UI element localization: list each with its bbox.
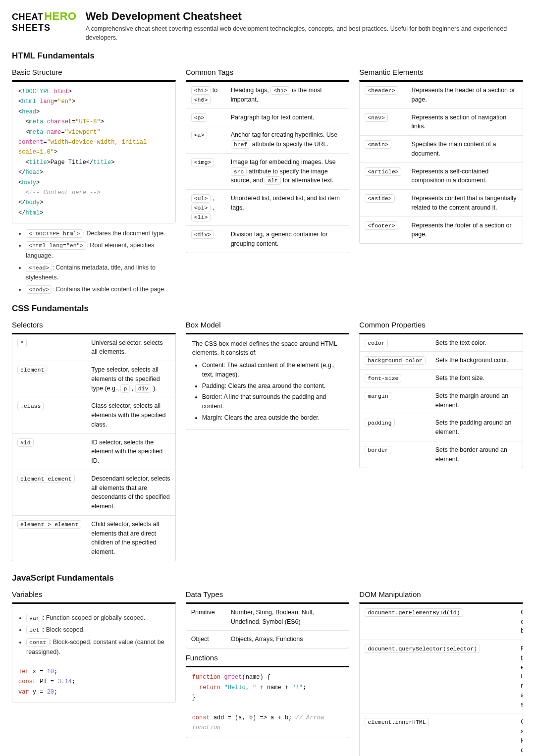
cell-key: <aside> [360, 190, 406, 217]
subsection-heading: Box Model [186, 321, 350, 329]
cell-value: Number, String, Boolean, Null, Undefined… [226, 604, 349, 631]
code-block: <!DOCTYPE html> <html lang="en"> <head> … [12, 82, 175, 223]
table-card: <h1> to <h6>Heading tags, <h1> is the mo… [186, 80, 350, 253]
table-row: document.querySelector(selector)Returns … [360, 640, 523, 713]
code-card: function greet(name) { return "Hello, " … [186, 666, 350, 738]
cell-value: Represents a self-contained composition … [406, 162, 523, 190]
cell-key: <header> [360, 82, 406, 108]
table-row: colorSets the text color. [360, 334, 523, 352]
cell-key: border [360, 441, 430, 468]
cell-value: Anchor tag for creating hyperlinks. Use … [226, 126, 349, 154]
list-bold: Padding: [202, 382, 226, 389]
inline-code: div [135, 384, 152, 393]
cell-value: Represents a section of navigation links… [406, 108, 523, 136]
prose-card: The CSS box model defines the space arou… [186, 333, 350, 430]
cell-value: Image tag for embedding images. Use src … [226, 153, 349, 189]
list-text: : Block-scoped. [43, 626, 85, 633]
code-block: function greet(name) { return "Hello, " … [186, 667, 349, 738]
cell-value: Objects, Arrays, Functions [226, 631, 349, 648]
inline-code: padding [365, 419, 394, 427]
cell-key: padding [360, 414, 430, 441]
cell-value: Type selector, selects all elements of t… [86, 361, 175, 397]
table-row: document.getElementById(id)Gets an eleme… [360, 604, 523, 640]
cell-key: <footer> [360, 216, 406, 243]
subsection-heading: Data Types [186, 590, 350, 598]
cell-value: Sets the background color. [430, 352, 523, 370]
inline-code: element element [17, 475, 75, 483]
logo-text: HERO [44, 10, 77, 23]
inline-code: margin [365, 392, 391, 400]
cell-key: <div> [186, 226, 226, 253]
notes-list: Content: The actual content of the eleme… [192, 361, 343, 423]
cell-value: Sets the text color. [430, 334, 523, 352]
inline-code: background-color [365, 356, 425, 365]
subsection-heading: Common Properties [359, 321, 523, 329]
cell-value: Sets the padding around an element. [430, 414, 523, 441]
table-row: <div>Division tag, a generic container f… [186, 226, 349, 253]
cell-value: Gets an element by its ID. [516, 604, 523, 640]
code-card: <!DOCTYPE html> <html lang="en"> <head> … [12, 80, 176, 223]
inline-code: <h6> [191, 96, 211, 104]
logo: CHEAT HERO SHEETS [12, 10, 77, 33]
inline-code: href [231, 140, 251, 149]
table-row: paddingSets the padding around an elemen… [360, 414, 523, 441]
inline-code: <body> [26, 285, 52, 294]
cell-key: element.innerHTML [360, 713, 516, 756]
table-row: <nav>Represents a section of navigation … [360, 108, 523, 136]
code-card: var: Function-scoped or globally-scoped.… [12, 602, 176, 702]
inline-code: var [26, 614, 43, 622]
list-bold: Content: [202, 362, 225, 369]
inline-code: <h1> [270, 86, 290, 95]
notes-list: var: Function-scoped or globally-scoped.… [12, 608, 175, 662]
table-row: #idID selector, selects the element with… [12, 433, 175, 470]
cell-key: <p> [186, 108, 226, 126]
inline-code: document.getElementById(id) [365, 608, 463, 617]
table-row: <img>Image tag for embedding images. Use… [186, 153, 349, 189]
inline-code: .class [17, 402, 44, 410]
list-item: Margin: Clears the area outside the bord… [202, 413, 343, 423]
cell-key: Primitive [186, 604, 226, 631]
inline-code: let [26, 626, 43, 634]
table-row: PrimitiveNumber, String, Boolean, Null, … [186, 604, 349, 631]
cell-value: Division tag, a generic container for gr… [226, 226, 349, 253]
inline-code: document.querySelector(selector) [365, 645, 480, 653]
inline-code: alt [265, 176, 281, 185]
table-row: <a>Anchor tag for creating hyperlinks. U… [186, 126, 349, 154]
code-block: let x = 10; const PI = 3.14; var y = 20; [12, 662, 175, 702]
inline-code: <aside> [365, 194, 394, 203]
logo-text: CHEAT [12, 12, 43, 22]
table-row: *Universal selector, selects all element… [12, 334, 175, 361]
logo-text: SHEETS [12, 23, 77, 33]
inline-code: element [17, 366, 47, 374]
cell-key: font-size [360, 370, 430, 387]
inline-code: <a> [191, 131, 208, 139]
list-item: Border: A line that surrounds the paddin… [202, 392, 343, 411]
cell-key: document.querySelector(selector) [360, 640, 516, 713]
page-title: Web Development Cheatsheet [86, 10, 523, 23]
table-row: <p>Paragraph tag for text content. [186, 108, 349, 126]
cell-value: Gets or sets the HTML content of an elem… [516, 713, 523, 756]
inline-code: <div> [191, 230, 214, 239]
list-item: <!DOCTYPE html>: Declares the document t… [26, 228, 176, 238]
cell-key: <ul> , <ol> , <li> [186, 190, 226, 226]
inline-code: border [365, 446, 391, 454]
cell-value: Child selector, selects all elements tha… [86, 515, 175, 561]
inline-code: <p> [191, 113, 208, 122]
cell-value: Sets the border around an element. [430, 441, 523, 468]
cell-key: <main> [360, 136, 406, 163]
table-row: marginSets the margin around an element. [360, 387, 523, 414]
inline-code: font-size [365, 374, 401, 382]
table-row: borderSets the border around an element. [360, 441, 523, 468]
inline-code: const [26, 638, 50, 647]
list-item: <body>: Contains the visible content of … [26, 284, 176, 294]
table-row: font-sizeSets the font size. [360, 370, 523, 387]
table-card: <header>Represents the header of a secti… [359, 80, 523, 244]
table-row: element elementDescendant selector, sele… [12, 470, 175, 515]
cell-value: Sets the font size. [430, 370, 523, 387]
table-card: document.getElementById(id)Gets an eleme… [359, 602, 523, 756]
list-text: : Function-scoped or globally-scoped. [43, 614, 146, 621]
header: CHEAT HERO SHEETS Web Development Cheats… [12, 10, 523, 42]
list-bold: Border: [202, 393, 222, 400]
cell-key: document.getElementById(id) [360, 604, 516, 640]
table-card: *Universal selector, selects all element… [12, 333, 176, 561]
